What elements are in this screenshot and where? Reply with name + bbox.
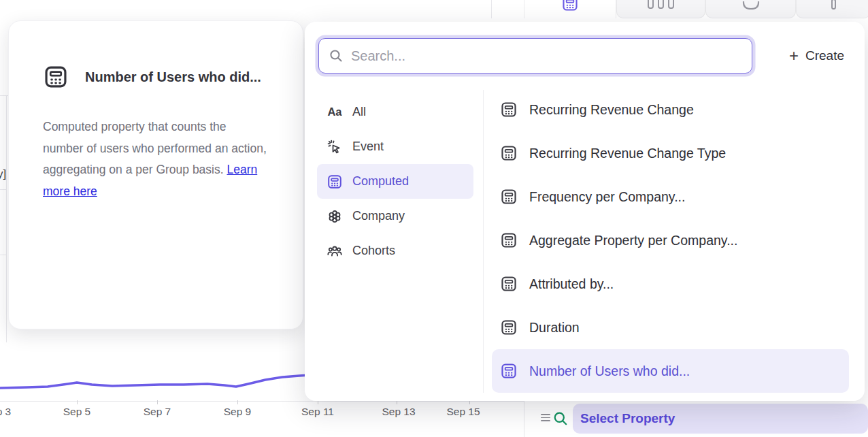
calculator-icon bbox=[500, 188, 518, 206]
bg-card-border bbox=[0, 95, 8, 96]
x-axis-label: Sep 9 bbox=[214, 406, 261, 418]
company-cluster-icon bbox=[327, 208, 343, 225]
funnel-icon bbox=[831, 0, 836, 10]
calculator-icon bbox=[500, 231, 518, 249]
result-number-of-users-who-did[interactable]: Number of Users who did... bbox=[492, 349, 849, 393]
category-label: All bbox=[352, 105, 366, 119]
retention-curve-icon bbox=[739, 1, 763, 12]
search-box[interactable] bbox=[318, 38, 752, 74]
calculator-icon bbox=[43, 64, 69, 90]
calculator-icon bbox=[327, 174, 343, 190]
description-line: number of users who performed an action, bbox=[43, 138, 278, 160]
search-icon bbox=[329, 48, 344, 63]
calculator-icon bbox=[561, 0, 579, 12]
select-property-label: Select Property bbox=[580, 411, 675, 426]
category-label: Cohorts bbox=[352, 244, 395, 258]
tooltip-description: Computed property that counts the number… bbox=[43, 116, 278, 202]
calculator-icon bbox=[500, 275, 518, 293]
aa-text-icon: Aa bbox=[327, 104, 343, 120]
result-label: Recurring Revenue Change Type bbox=[529, 146, 726, 161]
tab-funnel[interactable] bbox=[796, 0, 868, 18]
drag-handle-icon[interactable] bbox=[541, 414, 550, 421]
property-picker-panel: + Create Aa All Event Computed Company bbox=[305, 22, 865, 401]
category-cohorts[interactable]: Cohorts bbox=[317, 233, 473, 268]
people-group-icon bbox=[327, 243, 343, 259]
tooltip-title: Number of Users who did... bbox=[85, 69, 261, 85]
calculator-icon bbox=[500, 144, 518, 162]
property-tooltip-card: Number of Users who did... Computed prop… bbox=[8, 20, 303, 329]
result-recurring-revenue-change-type[interactable]: Recurring Revenue Change Type bbox=[492, 131, 849, 175]
query-search-icon bbox=[552, 410, 569, 427]
x-axis-line bbox=[0, 401, 524, 402]
result-duration[interactable]: Duration bbox=[492, 306, 849, 349]
result-label: Attributed by... bbox=[529, 276, 614, 292]
bg-card-border bbox=[0, 189, 6, 190]
clipped-background-text: y] bbox=[0, 167, 6, 181]
category-event[interactable]: Event bbox=[317, 129, 473, 164]
result-label: Frequency per Company... bbox=[529, 189, 685, 205]
category-all[interactable]: Aa All bbox=[317, 95, 473, 129]
bar-chart-icon bbox=[648, 0, 674, 9]
app-canvas: y] Sep 3 Sep 5 Sep 7 Sep 9 Sep 11 Sep bbox=[0, 0, 868, 437]
create-button[interactable]: + Create bbox=[789, 38, 844, 74]
calculator-icon bbox=[500, 362, 518, 380]
axis-tick bbox=[77, 400, 78, 404]
trend-line-chart bbox=[0, 368, 320, 408]
trend-line bbox=[0, 374, 320, 388]
panel-column-divider bbox=[483, 90, 484, 393]
description-line: Computed property that counts the bbox=[43, 116, 278, 138]
result-label: Recurring Revenue Change bbox=[529, 102, 694, 118]
description-line: aggregating on a per Group basis. bbox=[43, 163, 224, 176]
result-recurring-revenue-change[interactable]: Recurring Revenue Change bbox=[492, 88, 849, 131]
results-list: Recurring Revenue Change Recurring Reven… bbox=[492, 88, 849, 393]
result-label: Aggregate Property per Company... bbox=[529, 233, 737, 248]
result-label: Duration bbox=[529, 320, 580, 336]
x-axis-label: Sep 5 bbox=[53, 406, 101, 418]
x-axis-label: Sep 11 bbox=[294, 406, 341, 418]
bg-card-border bbox=[6, 95, 7, 342]
tabbar-border bbox=[491, 0, 492, 18]
category-computed[interactable]: Computed bbox=[317, 164, 473, 199]
x-axis-label: Sep 7 bbox=[133, 406, 181, 418]
axis-tick bbox=[237, 400, 238, 404]
cursor-click-icon bbox=[327, 139, 343, 155]
select-property-button[interactable]: Select Property bbox=[573, 404, 868, 434]
search-input[interactable] bbox=[351, 48, 752, 64]
tab-retention[interactable] bbox=[705, 0, 796, 18]
result-attributed-by[interactable]: Attributed by... bbox=[492, 262, 849, 306]
category-label: Company bbox=[352, 209, 405, 223]
x-axis-label: Sep 13 bbox=[375, 406, 422, 418]
category-company[interactable]: Company bbox=[317, 199, 473, 233]
result-label: Number of Users who did... bbox=[529, 363, 690, 379]
chart-type-tabbar bbox=[0, 0, 868, 19]
calculator-icon bbox=[500, 101, 518, 118]
x-axis-label: Sep 3 bbox=[0, 406, 21, 418]
category-label: Computed bbox=[352, 174, 409, 189]
x-axis-label: Sep 15 bbox=[439, 406, 487, 418]
bg-card-border bbox=[0, 255, 6, 255]
calculator-icon bbox=[500, 319, 518, 336]
plus-icon: + bbox=[789, 48, 799, 64]
tab-computed-active[interactable] bbox=[524, 0, 616, 18]
result-aggregate-property-per-company[interactable]: Aggregate Property per Company... bbox=[492, 218, 849, 262]
bottom-panel-divider bbox=[524, 401, 524, 437]
category-label: Event bbox=[352, 140, 384, 154]
tab-bar-chart[interactable] bbox=[616, 0, 705, 18]
result-frequency-per-company[interactable]: Frequency per Company... bbox=[492, 175, 849, 218]
tooltip-header: Number of Users who did... bbox=[43, 64, 261, 90]
axis-tick bbox=[157, 400, 158, 404]
